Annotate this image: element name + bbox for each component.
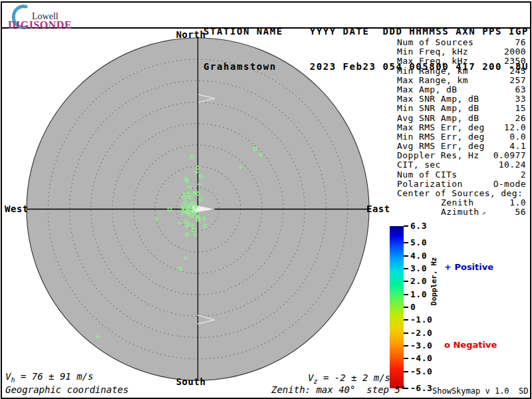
stat-label: Avg RMS Err, deg	[397, 142, 485, 151]
compass-label-west: West	[5, 203, 29, 214]
colorbar-tick-label: -4.0	[410, 353, 432, 363]
colorbar-tick-label: 1.0	[410, 289, 427, 299]
colorbar-tick-label: -3.0	[410, 340, 432, 350]
colorbar-axis-label: Doppler, Hz	[430, 225, 438, 338]
stat-label: Min Freq, kHz	[397, 47, 468, 57]
legend-positive: + Positive	[444, 262, 493, 272]
stat-value: 63	[515, 85, 526, 94]
zenith-scale-info: Zenith: max 40° step 5°	[271, 384, 406, 395]
stat-value: 15	[515, 104, 526, 113]
compass-label-north: North	[176, 29, 206, 40]
stat-label: Max RMS Err, deg	[397, 123, 485, 132]
colorbar-tick-label: 5.0	[410, 237, 427, 247]
stat-row: Min Range, km245	[397, 66, 526, 76]
stat-row: Num of CITs2	[397, 170, 526, 180]
stat-value: 76	[515, 38, 526, 47]
stat-value: 2	[521, 170, 526, 180]
colorbar-tick	[404, 332, 408, 334]
colorbar-tick-label: 2.0	[410, 276, 427, 286]
colorbar-tick-label: -6.3	[410, 383, 432, 393]
stat-row: Avg RMS Err, deg4.1	[397, 142, 526, 151]
horizontal-velocity-value: Vh = 76 ± 91 m/s	[5, 371, 93, 384]
stat-label: Num of CITs	[397, 170, 458, 180]
stat-value: 2350	[504, 57, 526, 66]
stat-row: Doppler Res, Hz0.0977	[397, 151, 526, 160]
stat-label: CIT, sec	[397, 160, 441, 170]
colorbar-tick	[404, 358, 408, 359]
colorbar-tick-label: 4.0	[410, 251, 427, 261]
stat-label: Doppler Res, Hz	[397, 151, 479, 160]
stat-row: Max Range, km257	[397, 76, 526, 85]
stat-label: Min RMS Err, deg	[397, 132, 485, 142]
stat-value: O-mode	[493, 180, 526, 189]
stat-value: 4.1	[509, 142, 526, 151]
stat-value: 0.0977	[493, 151, 526, 160]
azimuth-direction-icon: ↗	[479, 209, 486, 216]
station-header-columns: STATION NAME YYYY DATE DDD HHMMSS AXN PP…	[203, 26, 529, 38]
doppler-colorbar: 6.35.04.03.02.01.00-1.0-2.0-3.0-4.0-5.0-…	[390, 226, 430, 388]
colorbar-tick	[404, 345, 408, 346]
software-version: ShowSkymap v 1.0 SD v 5.1	[432, 386, 532, 396]
stat-label: Num of Sources	[397, 38, 473, 47]
stat-label: Polarization	[397, 180, 463, 189]
coordinate-system-label: Geographic coordinates	[5, 384, 128, 395]
stat-row: Max SNR Amp, dB33	[397, 94, 526, 104]
colorbar-tick	[404, 319, 408, 321]
stat-value: 56	[515, 207, 526, 217]
vertical-velocity-value: Vz = -2 ± 2 m/s	[308, 372, 390, 385]
colorbar-tick-label: 3.0	[410, 263, 427, 273]
logo-digisonde-text: DIGISONDE	[8, 19, 72, 31]
stat-label: Zenith	[441, 198, 473, 207]
colorbar-tick-label: 6.3	[410, 221, 427, 231]
stat-value: 0.0	[509, 132, 526, 142]
stat-value: 10.24	[499, 160, 526, 170]
stat-row: Max RMS Err, deg12.0	[397, 123, 526, 132]
colorbar-tick	[404, 281, 408, 282]
colorbar-tick	[404, 294, 408, 295]
colorbar-tick-label: -5.0	[410, 366, 432, 376]
stat-value: 26	[515, 114, 526, 123]
colorbar-tick	[404, 268, 408, 269]
stat-row: CIT, sec10.24	[397, 160, 526, 170]
stat-row-zenith: Zenith1.0	[397, 198, 526, 207]
legend-negative: o Negative	[444, 340, 497, 350]
stat-center-header: Center of Sources, deg:	[397, 189, 526, 198]
colorbar-tick	[404, 225, 408, 227]
stat-row: Max Amp, dB63	[397, 85, 526, 94]
stat-label: Azimuth↗	[441, 207, 486, 217]
stat-row-azimuth: Azimuth↗56	[397, 207, 526, 217]
colorbar-tick	[404, 242, 408, 243]
stat-row: Max Freq, kHz2350	[397, 57, 526, 66]
stat-label: Min SNR Amp, dB	[397, 104, 479, 113]
stats-panel: Num of Sources76 Min Freq, kHz2000 Max F…	[397, 38, 526, 217]
stat-value: 245	[509, 66, 526, 76]
stat-row: PolarizationO-mode	[397, 180, 526, 189]
compass-label-south: South	[176, 376, 206, 387]
stat-label: Max Amp, dB	[397, 85, 458, 94]
stat-value: 33	[515, 94, 526, 104]
stat-value: 1.0	[509, 198, 526, 207]
lowell-digisonde-logo: Lowell DIGISONDE	[4, 3, 124, 28]
stat-row: Avg SNR Amp, dB26	[397, 114, 526, 123]
stat-row: Min Freq, kHz2000	[397, 47, 526, 57]
stat-row: Min RMS Err, deg0.0	[397, 132, 526, 142]
stat-value: 257	[509, 76, 526, 85]
stat-label: Avg SNR Amp, dB	[397, 114, 479, 123]
colorbar-tick	[404, 255, 408, 257]
stat-value: 2000	[504, 47, 526, 57]
stat-value: 12.0	[504, 123, 526, 132]
colorbar-tick	[404, 307, 408, 308]
stat-row: Min SNR Amp, dB15	[397, 104, 526, 113]
stat-label: Max Freq, kHz	[397, 57, 468, 66]
colorbar-tick-label: 0	[410, 302, 416, 312]
stat-row: Num of Sources76	[397, 38, 526, 47]
stat-label: Min Range, km	[397, 66, 468, 76]
compass-label-east: East	[366, 203, 390, 214]
colorbar-tick	[404, 371, 408, 372]
stat-label: Max SNR Amp, dB	[397, 94, 479, 104]
stat-label: Max Range, km	[397, 76, 468, 85]
colorbar-gradient	[390, 226, 404, 388]
